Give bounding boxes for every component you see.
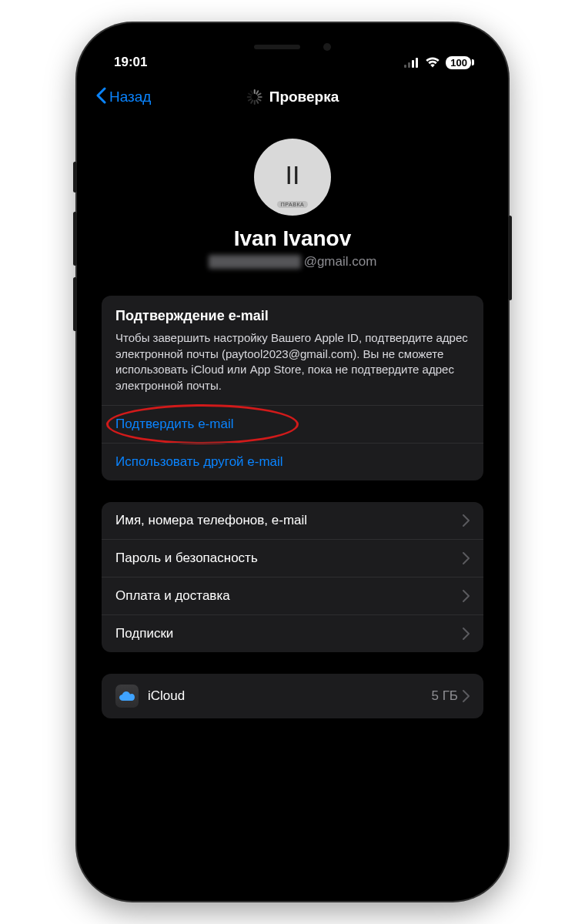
settings-row-payment-shipping[interactable]: Оплата и доставка bbox=[102, 577, 483, 614]
mute-switch bbox=[73, 162, 77, 192]
chevron-right-icon bbox=[463, 590, 470, 602]
profile-header: II ПРАВКА Ivan Ivanov @gmail.com bbox=[102, 117, 483, 296]
settings-row-label: Имя, номера телефонов, e-mail bbox=[115, 513, 307, 528]
use-other-email-button[interactable]: Использовать другой e-mail bbox=[102, 443, 483, 480]
chevron-right-icon bbox=[463, 552, 470, 564]
email-redacted bbox=[209, 255, 301, 269]
icloud-card: iCloud 5 ГБ bbox=[102, 674, 483, 718]
volume-up-button bbox=[73, 212, 77, 266]
settings-row-password-security[interactable]: Пароль и безопасность bbox=[102, 539, 483, 577]
wifi-icon bbox=[425, 57, 440, 68]
profile-name: Ivan Ivanov bbox=[234, 226, 352, 251]
settings-row-label: Оплата и доставка bbox=[115, 588, 230, 604]
account-settings-list: Имя, номера телефонов, e-mail Пароль и б… bbox=[102, 502, 483, 652]
avatar[interactable]: II ПРАВКА bbox=[254, 139, 331, 216]
verify-card-body: Чтобы завершить настройку Вашего Apple I… bbox=[115, 330, 470, 394]
icloud-storage: 5 ГБ bbox=[431, 688, 458, 704]
notch bbox=[216, 34, 369, 60]
power-button bbox=[508, 216, 512, 300]
use-other-email-label: Использовать другой e-mail bbox=[115, 454, 283, 470]
svg-rect-2 bbox=[412, 60, 414, 68]
chevron-right-icon bbox=[463, 628, 470, 640]
cellular-signal-icon bbox=[404, 58, 420, 68]
loading-spinner-icon bbox=[246, 89, 262, 105]
icloud-label: iCloud bbox=[148, 688, 185, 704]
avatar-initials: II bbox=[286, 160, 300, 190]
chevron-left-icon bbox=[95, 87, 106, 108]
svg-rect-0 bbox=[404, 65, 406, 68]
chevron-right-icon bbox=[463, 690, 470, 702]
svg-rect-3 bbox=[416, 58, 418, 68]
back-label: Назад bbox=[109, 89, 151, 105]
avatar-edit-label: ПРАВКА bbox=[277, 201, 308, 208]
settings-row-subscriptions[interactable]: Подписки bbox=[102, 614, 483, 652]
battery-indicator: 100 bbox=[446, 56, 471, 69]
chevron-right-icon bbox=[463, 514, 470, 527]
settings-row-name-phone-email[interactable]: Имя, номера телефонов, e-mail bbox=[102, 502, 483, 539]
email-suffix: @gmail.com bbox=[304, 254, 377, 270]
email-verification-card: Подтверждение e-mail Чтобы завершить нас… bbox=[102, 296, 483, 480]
screen: 19:01 bbox=[88, 34, 497, 890]
settings-row-label: Пароль и безопасность bbox=[115, 551, 258, 566]
nav-bar: Назад Проверка bbox=[88, 77, 497, 117]
settings-row-icloud[interactable]: iCloud 5 ГБ bbox=[102, 674, 483, 718]
svg-rect-1 bbox=[408, 62, 410, 68]
profile-email: @gmail.com bbox=[209, 254, 377, 270]
back-button[interactable]: Назад bbox=[95, 87, 151, 108]
icloud-icon bbox=[115, 685, 139, 708]
phone-frame: 19:01 bbox=[77, 23, 508, 901]
confirm-email-label: Подтвердить e-mail bbox=[115, 417, 233, 432]
nav-title: Проверка bbox=[269, 89, 339, 105]
verify-card-title: Подтверждение e-mail bbox=[115, 308, 470, 324]
volume-down-button bbox=[73, 277, 77, 331]
settings-row-label: Подписки bbox=[115, 626, 173, 641]
battery-level: 100 bbox=[450, 57, 467, 69]
status-time: 19:01 bbox=[114, 55, 147, 70]
confirm-email-button[interactable]: Подтвердить e-mail bbox=[102, 405, 483, 443]
